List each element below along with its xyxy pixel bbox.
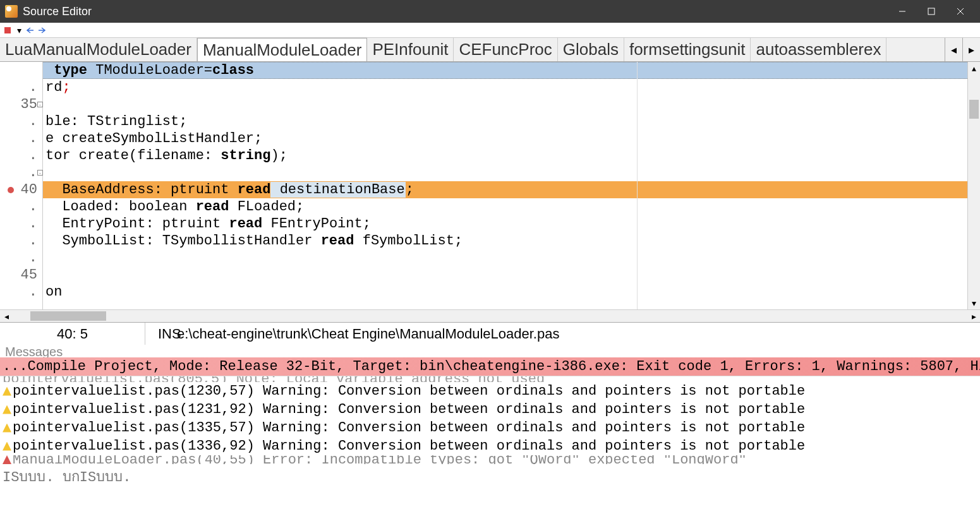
status-position: 40: 5: [0, 323, 145, 345]
editor-area: . 35- . . . .- 40 . . . . 45 . type TMod…: [0, 62, 980, 309]
status-insert-mode: INS: [145, 323, 177, 345]
gutter-row: .: [0, 249, 42, 266]
back-icon[interactable]: [25, 25, 35, 35]
code-line[interactable]: [43, 249, 967, 266]
tab-scroll-right[interactable]: ▸: [962, 38, 980, 61]
minimize-button[interactable]: [888, 0, 917, 23]
warning-icon: [3, 387, 11, 396]
tab-manualmoduleloader[interactable]: ManualModuleLoader: [197, 38, 368, 61]
scroll-down-icon[interactable]: ▾: [968, 297, 980, 309]
message-compile-summary[interactable]: ...Compile Project, Mode: Release 32-Bit…: [0, 357, 980, 376]
gutter: . 35- . . . .- 40 . . . . 45 .: [0, 62, 43, 309]
message-row[interactable]: pointervaluelist.pas(805,5) Note: Local …: [0, 376, 980, 382]
toolbar: ▾: [0, 23, 980, 38]
dropdown-icon[interactable]: ▾: [14, 25, 24, 35]
marker-icon[interactable]: [3, 25, 13, 35]
code-line[interactable]: EntryPoint: ptruint read FEntryPoint;: [43, 215, 967, 232]
tab-scroll-left[interactable]: ◂: [945, 38, 962, 61]
scrollbar-track[interactable]: [13, 310, 967, 322]
maximize-button[interactable]: [917, 0, 946, 23]
scrollbar-thumb[interactable]: [969, 100, 979, 119]
code-line[interactable]: ble: TStringlist;: [43, 113, 967, 130]
scroll-right-icon[interactable]: ▸: [967, 311, 980, 321]
message-warning[interactable]: pointervaluelist.pas(1230,57) Warning: C…: [0, 382, 980, 400]
messages-panel: ...Compile Project, Mode: Release 32-Bit…: [0, 357, 980, 464]
vertical-scrollbar[interactable]: ▴ ▾: [967, 62, 980, 309]
gutter-row: 40: [0, 181, 42, 198]
gutter-row: .: [0, 215, 42, 232]
gutter-row: .: [0, 130, 42, 147]
code-line[interactable]: e createSymbolListHandler;: [43, 130, 967, 147]
message-warning[interactable]: pointervaluelist.pas(1335,57) Warning: C…: [0, 419, 980, 437]
tab-bar: LuaManualModuleLoader ManualModuleLoader…: [0, 38, 980, 62]
gutter-row: 45: [0, 266, 42, 284]
print-margin: [637, 62, 638, 309]
warning-icon: [3, 405, 11, 414]
gutter-row: .: [0, 147, 42, 164]
gutter-row: .: [0, 113, 42, 130]
window-title: Source Editor: [23, 5, 92, 18]
message-warning[interactable]: pointervaluelist.pas(1231,92) Warning: C…: [0, 400, 980, 419]
gutter-row: .-: [0, 164, 42, 181]
gutter-row: [0, 62, 42, 79]
fold-icon[interactable]: -: [37, 102, 43, 107]
error-icon: [3, 455, 11, 464]
gutter-row: .: [0, 198, 42, 215]
code-line[interactable]: [43, 266, 967, 284]
fold-icon[interactable]: -: [37, 170, 43, 176]
svg-rect-4: [4, 27, 11, 33]
status-filepath: e:\cheat-engine\trunk\Cheat Engine\Manua…: [177, 323, 572, 345]
warning-icon: [3, 442, 11, 451]
code-line-current[interactable]: BaseAddress: ptruint read destinationBas…: [43, 181, 967, 198]
error-marker-icon[interactable]: [8, 187, 14, 193]
scrollbar-thumb[interactable]: [30, 311, 106, 321]
code-editor[interactable]: type TModuleLoader=class rd; ble: TStrin…: [43, 62, 967, 309]
message-warning[interactable]: pointervaluelist.pas(1336,92) Warning: C…: [0, 437, 980, 455]
code-line[interactable]: [43, 164, 967, 181]
tab-formsettingsunit[interactable]: formsettingsunit: [624, 38, 751, 61]
code-line[interactable]: [43, 96, 967, 113]
code-line[interactable]: Loaded: boolean read FLoaded;: [43, 198, 967, 215]
messages-title: Messages: [0, 345, 980, 357]
scroll-up-icon[interactable]: ▴: [968, 62, 980, 75]
horizontal-scrollbar[interactable]: ◂ ▸: [0, 309, 980, 322]
scroll-left-icon[interactable]: ◂: [0, 311, 13, 321]
tab-peinfounit[interactable]: PEInfounit: [367, 38, 454, 61]
tab-luamanualmoduleloader[interactable]: LuaManualModuleLoader: [0, 38, 197, 61]
tab-cefuncproc[interactable]: CEFuncProc: [454, 38, 557, 61]
forward-icon[interactable]: [37, 25, 47, 35]
gutter-row: 35-: [0, 96, 42, 113]
warning-icon: [3, 424, 11, 433]
background-text: ISบบบ. บกISบบบ.: [0, 464, 980, 489]
svg-rect-1: [928, 8, 935, 15]
code-line[interactable]: type TModuleLoader=class: [43, 62, 967, 79]
code-line[interactable]: rd;: [43, 79, 967, 96]
status-bar: 40: 5 INS e:\cheat-engine\trunk\Cheat En…: [0, 322, 980, 345]
code-line[interactable]: on: [43, 284, 967, 301]
code-line[interactable]: tor create(filename: string);: [43, 147, 967, 164]
message-error[interactable]: ManualModuleLoader.pas(40,55) Error: Inc…: [0, 455, 980, 464]
close-button[interactable]: [946, 0, 975, 23]
tab-globals[interactable]: Globals: [558, 38, 624, 61]
gutter-row: .: [0, 284, 42, 301]
gutter-row: .: [0, 232, 42, 249]
code-line[interactable]: SymbolList: TSymbollistHandler read fSym…: [43, 232, 967, 249]
titlebar: Source Editor: [0, 0, 980, 23]
gutter-row: .: [0, 79, 42, 96]
tab-autoassemblerex[interactable]: autoassemblerex: [751, 38, 886, 61]
app-icon: [5, 5, 18, 18]
